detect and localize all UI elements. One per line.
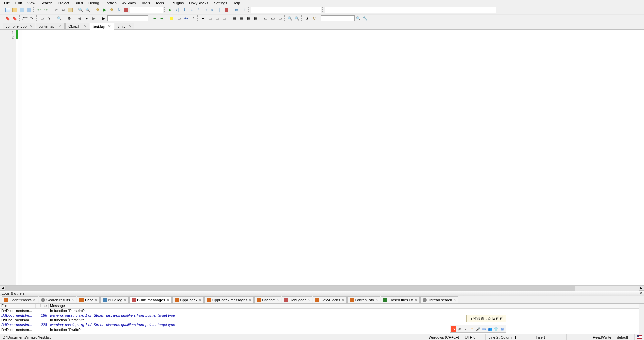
log-tab-close-icon[interactable]: ✕ (124, 298, 126, 302)
zoom-out-button[interactable]: 🔍 (294, 15, 300, 21)
log-tab-buildmessages[interactable]: Build messages✕ (129, 296, 172, 303)
find-button[interactable]: 🔍 (77, 7, 84, 13)
next-instruction-button[interactable]: ⇥ (202, 7, 208, 13)
log-tab-close-icon[interactable]: ✕ (249, 298, 251, 302)
zoom-in-button[interactable]: 🔍 (287, 15, 293, 21)
build-button[interactable]: ⚙ (95, 7, 101, 13)
menu-tools[interactable]: Tools (138, 0, 153, 6)
editor-tab-builtinlaph[interactable]: builtin.laph✕ (36, 23, 65, 29)
window3-button[interactable]: ▭ (221, 15, 227, 21)
build-message-row[interactable]: D:\Documents\m...186warning: passing arg… (0, 313, 644, 318)
log-tab-close-icon[interactable]: ✕ (307, 298, 310, 302)
highlight-button[interactable] (169, 15, 175, 21)
col-line-header[interactable]: Line (36, 304, 49, 308)
menu-tools[interactable]: Tools+ (153, 0, 169, 6)
tab-close-icon[interactable]: ✕ (58, 24, 62, 28)
col-message-header[interactable]: Message (49, 304, 644, 308)
layout5-button[interactable]: ▭ (263, 15, 269, 21)
ime-button-1[interactable]: 英 (457, 326, 462, 332)
step-into-instruction-button[interactable]: ⇤ (210, 7, 216, 13)
layout1-button[interactable]: ▤ (231, 15, 237, 21)
menu-project[interactable]: Project (55, 0, 72, 6)
doxy-line-button[interactable]: *< (29, 15, 35, 21)
layout2-button[interactable]: ▤ (238, 15, 245, 21)
log-tab-buildlog[interactable]: Build log✕ (100, 296, 129, 303)
log-tab-close-icon[interactable]: ✕ (453, 298, 456, 302)
selection-button[interactable]: ▭ (176, 15, 182, 21)
layout3-button[interactable]: ▤ (246, 15, 252, 21)
copy-button[interactable]: ⧉ (60, 7, 66, 13)
debug-continue-button[interactable]: ▶ (167, 7, 173, 13)
menu-plugins[interactable]: Plugins (169, 0, 186, 6)
menu-help[interactable]: Help (230, 0, 243, 6)
col-file-header[interactable]: File (0, 304, 36, 308)
tab-close-icon[interactable]: ✕ (128, 24, 132, 28)
editor-tab-compilercpp[interactable]: compiler.cpp✕ (3, 23, 35, 29)
step-into-button[interactable]: ↳ (188, 7, 194, 13)
menu-view[interactable]: View (25, 0, 38, 6)
window-button[interactable]: ▭ (207, 15, 213, 21)
search-go-button[interactable]: 🔍 (355, 15, 361, 21)
log-tab-cccc[interactable]: Cccc✕ (77, 296, 99, 303)
log-tab-close-icon[interactable]: ✕ (276, 298, 279, 302)
logs-close-icon[interactable]: ✕ (640, 292, 642, 295)
ime-button-4[interactable]: 🎤 (475, 326, 481, 332)
language-flag-icon[interactable] (637, 335, 642, 339)
debugger-combo[interactable] (251, 7, 321, 13)
c-button[interactable]: C (311, 15, 317, 21)
case-button[interactable]: Aa (183, 15, 189, 21)
code-editor[interactable] (22, 30, 644, 285)
horizontal-scrollbar[interactable]: ◀ ▶ (0, 285, 644, 291)
log-tab-cscope[interactable]: Cscope✕ (254, 296, 281, 303)
layout7-button[interactable]: ▭ (277, 15, 283, 21)
save-all-button[interactable] (26, 7, 32, 13)
compiler-combo[interactable] (325, 7, 496, 13)
bookmark-next-button[interactable]: 🔖 (12, 15, 18, 21)
build-run-button[interactable]: ⚙ (109, 7, 115, 13)
menu-edit[interactable]: Edit (13, 0, 25, 6)
regex-button[interactable]: .* (190, 15, 196, 21)
search-combo[interactable] (321, 15, 355, 21)
nav-back-button[interactable]: ⬅ (152, 15, 158, 21)
tab-close-icon[interactable]: ✕ (107, 25, 111, 29)
log-tab-cppcheck[interactable]: CppCheck✕ (172, 296, 204, 303)
menu-search[interactable]: Search (38, 0, 55, 6)
log-tab-close-icon[interactable]: ✕ (342, 298, 344, 302)
next-line-button[interactable]: ⤓ (181, 7, 187, 13)
ime-button-2[interactable]: • (463, 326, 469, 332)
search-options-button[interactable]: 🔧 (362, 15, 368, 21)
window2-button[interactable]: ▭ (214, 15, 220, 21)
cut-button[interactable]: ✂ (53, 7, 59, 13)
s-button[interactable]: S (304, 15, 310, 21)
scroll-track[interactable] (5, 286, 639, 291)
doxy-comment-button[interactable]: /** (22, 15, 28, 21)
log-vertical-scrollbar[interactable] (639, 304, 644, 334)
stop-debugger-button[interactable] (224, 7, 230, 13)
log-tab-close-icon[interactable]: ✕ (375, 298, 378, 302)
log-tab-searchresults[interactable]: Search results✕ (39, 296, 76, 303)
jump-here-button[interactable]: ● (84, 15, 90, 21)
editor-tab-vmc[interactable]: vm.c✕ (115, 23, 134, 29)
step-out-button[interactable]: ↰ (195, 7, 201, 13)
bookmark-toggle-button[interactable]: 🔖 (5, 15, 11, 21)
new-file-button[interactable] (5, 7, 11, 13)
editor-tab-testlap[interactable]: test.lap✕ (90, 23, 114, 30)
undo-button[interactable]: ↶ (36, 7, 42, 13)
jump-forward-button[interactable]: ▶ (91, 15, 97, 21)
log-tab-close-icon[interactable]: ✕ (199, 298, 201, 302)
break-button[interactable]: ‖ (217, 7, 223, 13)
scroll-left-arrow[interactable]: ◀ (0, 286, 5, 291)
menu-settings[interactable]: Settings (211, 0, 230, 6)
script-combo[interactable] (107, 15, 148, 21)
ime-button-5[interactable]: ⌨ (481, 326, 487, 332)
run-to-cursor-button[interactable]: ▸| (174, 7, 180, 13)
rebuild-button[interactable]: ↻ (116, 7, 122, 13)
menu-doxyblocks[interactable]: DoxyBlocks (186, 0, 211, 6)
doxy-run-button[interactable]: ▭ (39, 15, 45, 21)
ime-button-8[interactable]: ⊞ (500, 326, 505, 332)
nav-forward-button[interactable]: ➡ (159, 15, 165, 21)
menu-fortran[interactable]: Fortran (102, 0, 119, 6)
log-tab-cppcheckmessages[interactable]: CppCheck messages✕ (204, 296, 254, 303)
break-line-button[interactable]: ↵ (200, 15, 206, 21)
log-tab-debugger[interactable]: Debugger✕ (282, 296, 312, 303)
